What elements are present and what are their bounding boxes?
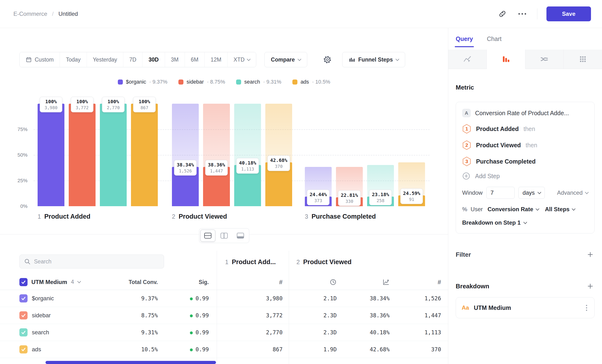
funnel-bar-converted <box>100 104 127 206</box>
range-button-xtd[interactable]: XTD <box>227 52 256 67</box>
table-row[interactable]: search9.31%0.992,7702.3D40.18%1,113 <box>0 324 448 341</box>
table-row[interactable]: sidebar8.75%0.993,7722.3D38.36%1,447 <box>0 307 448 324</box>
breakdown-on-dropdown[interactable]: Breakdown on Step 1 <box>462 219 588 226</box>
breadcrumb-project[interactable]: E-Commerce <box>13 11 47 17</box>
unit-label[interactable]: User <box>471 206 483 213</box>
count-column-icon[interactable]: # <box>279 278 283 286</box>
share-link-icon[interactable] <box>496 8 508 20</box>
legend-item[interactable]: ads· 10.5% <box>292 79 330 85</box>
chart-type-button[interactable]: Funnel Steps <box>342 52 405 67</box>
funnel-bar[interactable]: 23.18%258 <box>367 104 394 206</box>
cell-avg-time: 2.3D <box>323 329 337 335</box>
metric-step[interactable]: 3Purchase Completed <box>462 153 588 170</box>
advanced-label: Advanced <box>557 189 583 196</box>
funnel-bar[interactable]: 40.18%1,113 <box>234 104 261 206</box>
line-chart-icon <box>463 55 472 64</box>
measure-dropdown[interactable]: Conversion Rate <box>488 206 539 213</box>
more-menu-icon[interactable] <box>516 11 528 17</box>
chevron-down-icon <box>77 279 81 283</box>
funnel-bar[interactable]: 100%3,772 <box>69 104 96 206</box>
funnel-bar[interactable]: 22.81%330 <box>336 104 363 206</box>
range-button-yesterday[interactable]: Yesterday <box>87 52 123 67</box>
metric-step[interactable]: 2Product Viewedthen <box>462 137 588 153</box>
range-button-6m[interactable]: 6M <box>185 52 205 67</box>
window-unit-select[interactable]: days <box>518 187 545 199</box>
horizontal-scrollbar-thumb[interactable] <box>45 361 216 364</box>
chevron-down-icon <box>585 190 589 194</box>
advanced-toggle[interactable]: Advanced <box>557 189 588 196</box>
scope-dropdown[interactable]: All Steps <box>545 206 575 213</box>
search-input[interactable] <box>34 258 160 265</box>
add-breakdown-button[interactable] <box>586 282 595 290</box>
conversion-over-time-column-icon[interactable] <box>382 278 390 286</box>
legend-swatch <box>178 79 183 85</box>
legend-item[interactable]: search· 9.31% <box>236 79 281 85</box>
bar-count: 2,770 <box>105 105 122 110</box>
avg-time-column-icon[interactable] <box>330 278 337 286</box>
funnel-bars-icon <box>502 55 510 63</box>
scope-label: All Steps <box>545 206 570 213</box>
funnel-chart-tab[interactable] <box>487 50 525 69</box>
layout-split-horizontal-button[interactable] <box>200 230 215 242</box>
metric-step[interactable]: 1Product Addedthen <box>462 121 588 137</box>
breakdown-column-header[interactable]: UTM Medium 4 <box>19 278 80 286</box>
bar-count: 1,113 <box>239 166 256 171</box>
funnel-bar[interactable]: 100%867 <box>131 104 158 206</box>
chart-kind-tabs <box>448 50 602 69</box>
breakdown-property-card[interactable]: Aa UTM Medium <box>456 297 595 318</box>
range-button-7d[interactable]: 7D <box>123 52 142 67</box>
line-chart-tab[interactable] <box>448 50 487 69</box>
compare-button[interactable]: Compare <box>264 52 307 67</box>
layout-split-vertical-button[interactable] <box>217 230 232 242</box>
split-horizontal-icon <box>204 233 211 238</box>
grid-chart-tab[interactable] <box>564 50 602 69</box>
breakdown-select-all-checkbox[interactable] <box>19 278 28 286</box>
funnel-chart: 75%50%25%0%100%3,980100%3,772100%2,77010… <box>0 104 448 206</box>
cell-step2-conversion: 38.36% <box>370 312 390 319</box>
unit-percent-icon[interactable]: % <box>462 206 467 213</box>
funnel-bar[interactable]: 24.44%373 <box>305 104 332 206</box>
row-checkbox[interactable] <box>19 328 28 336</box>
range-button-today[interactable]: Today <box>60 52 87 67</box>
funnel-bar[interactable]: 42.68%370 <box>265 104 292 206</box>
save-button[interactable]: Save <box>547 6 591 21</box>
funnel-bar-converted <box>38 104 64 206</box>
bar-pct: 40.18% <box>239 160 256 166</box>
metric-title-row[interactable]: A Conversion Rate of Product Adde... <box>462 109 588 117</box>
date-range-group: CustomTodayYesterday7D30D3M6M12MXTD <box>19 52 256 67</box>
add-step-button[interactable]: Add Step <box>462 170 588 181</box>
breadcrumb-title[interactable]: Untitled <box>58 11 78 17</box>
kebab-menu-icon[interactable] <box>584 303 589 312</box>
window-value-input[interactable] <box>486 187 515 199</box>
funnel-bar[interactable]: 38.36%1,447 <box>203 104 230 206</box>
plus-icon <box>587 283 594 289</box>
row-checkbox[interactable] <box>19 311 28 320</box>
flows-chart-tab[interactable] <box>525 50 564 69</box>
add-filter-button[interactable] <box>586 250 595 259</box>
cell-total-conversion: 9.31% <box>141 329 158 335</box>
funnel-bar[interactable]: 100%3,980 <box>38 104 64 206</box>
funnel-step-group: 38.34%1,52638.36%1,44740.18%1,11342.68%3… <box>172 104 292 206</box>
step-number: 1 <box>462 124 471 134</box>
funnel-bar[interactable]: 24.59%91 <box>398 104 425 206</box>
layout-bottom-panel-button[interactable] <box>233 230 248 242</box>
funnel-bar[interactable]: 38.34%1,526 <box>172 104 199 206</box>
tab-chart[interactable]: Chart <box>487 28 501 50</box>
table-row[interactable]: $organic9.37%0.993,9802.1D38.34%1,526 <box>0 290 448 307</box>
range-button-custom[interactable]: Custom <box>20 52 60 67</box>
table-row[interactable]: ads10.5%0.998671.9D42.68%370 <box>0 341 448 358</box>
range-button-12m[interactable]: 12M <box>205 52 228 67</box>
row-checkbox[interactable] <box>19 294 28 302</box>
range-button-3m[interactable]: 3M <box>165 52 185 67</box>
count-column-icon[interactable]: # <box>438 278 441 286</box>
funnel-bar[interactable]: 100%2,770 <box>100 104 127 206</box>
legend-item[interactable]: sidebar· 8.75% <box>178 79 225 85</box>
tab-query[interactable]: Query <box>456 28 473 50</box>
row-checkbox[interactable] <box>19 345 28 353</box>
cell-step1-count: 3,772 <box>266 312 283 319</box>
range-button-30d[interactable]: 30D <box>142 52 165 67</box>
sig-column-header[interactable]: Sig. <box>199 279 209 285</box>
legend-item[interactable]: $organic· 9.37% <box>118 79 167 85</box>
settings-gear-icon[interactable] <box>321 54 333 66</box>
total-conv-column-header[interactable]: Total Conv. <box>129 279 158 285</box>
